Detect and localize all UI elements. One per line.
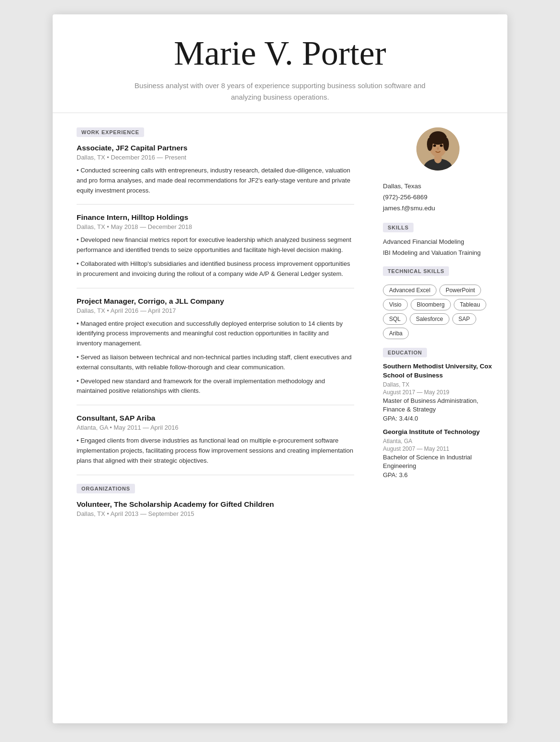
divider-4 <box>77 475 354 475</box>
svg-point-8 <box>433 145 436 147</box>
job-title-2: Finance Intern, Hilltop Holdings <box>77 213 354 222</box>
contact-info: Dallas, Texas (972)-256-6869 james.f@smu… <box>383 181 493 214</box>
edu-dates-1: August 2007 — May 2011 <box>383 445 493 452</box>
job-block-4: Consultant, SAP Ariba Atlanta, GA • May … <box>77 414 354 466</box>
avatar-container <box>383 127 493 172</box>
divider-2 <box>77 288 354 288</box>
edu-location-0: Dallas, TX <box>383 381 493 388</box>
org-block-1: Volunteer, The Scholarship Academy for G… <box>77 500 354 517</box>
job-meta-2: Dallas, TX • May 2018 — December 2018 <box>77 223 354 230</box>
job-desc-3-0: • Managed entire project execution and s… <box>77 319 354 349</box>
svg-point-10 <box>437 147 439 150</box>
edu-school-0: Southern Methodist University, Cox Schoo… <box>383 362 493 380</box>
job-title-3: Project Manager, Corrigo, a JLL Company <box>77 297 354 306</box>
contact-location: Dallas, Texas <box>383 181 493 192</box>
avatar <box>416 127 459 171</box>
org-title-1: Volunteer, The Scholarship Academy for G… <box>77 500 354 509</box>
skill-item-1: IBI Modeling and Valuation Training <box>383 248 493 258</box>
svg-point-9 <box>440 145 443 147</box>
edu-gpa-1: GPA: 3.6 <box>383 471 493 479</box>
org-meta-1: Dallas, TX • April 2013 — September 2015 <box>77 510 354 517</box>
organizations-section: ORGANIZATIONS Volunteer, The Scholarship… <box>77 484 354 517</box>
svg-rect-7 <box>429 136 447 144</box>
edu-degree-1: Bachelor of Science in Industrial Engine… <box>383 453 493 470</box>
right-column: Dallas, Texas (972)-256-6869 james.f@smu… <box>373 127 507 522</box>
organizations-badge: ORGANIZATIONS <box>77 484 135 493</box>
edu-gpa-0: GPA: 3.4/4.0 <box>383 415 493 422</box>
main-layout: WORK EXPERIENCE Associate, JF2 Capital P… <box>53 113 507 537</box>
job-meta-4: Atlanta, GA • May 2011 — April 2016 <box>77 424 354 431</box>
job-meta-1: Dallas, TX • December 2016 — Present <box>77 154 354 161</box>
edu-location-1: Atlanta, GA <box>383 438 493 445</box>
tech-tag-1: PowerPoint <box>439 285 481 296</box>
job-block-3: Project Manager, Corrigo, a JLL Company … <box>77 297 354 397</box>
skills-section: SKILLS Advanced Financial Modeling IBI M… <box>383 223 493 258</box>
candidate-tagline: Business analyst with over 8 years of ex… <box>132 80 428 103</box>
contact-email: james.f@smu.edu <box>383 203 493 214</box>
job-desc-4-0: • Engaged clients from diverse industrie… <box>77 436 354 466</box>
tech-tag-6: Salesforce <box>410 313 449 325</box>
divider-1 <box>77 204 354 205</box>
candidate-name: Marie V. Porter <box>81 34 479 73</box>
work-experience-badge: WORK EXPERIENCE <box>77 127 144 137</box>
divider-3 <box>77 405 354 405</box>
tech-tag-8: Ariba <box>383 328 409 339</box>
job-desc-3-1: • Served as liaison between technical an… <box>77 353 354 373</box>
job-title-1: Associate, JF2 Capital Partners <box>77 144 354 152</box>
tech-tag-2: Visio <box>383 299 408 310</box>
technical-skills-section: TECHNICAL SKILLS Advanced Excel PowerPoi… <box>383 266 493 339</box>
skill-item-0: Advanced Financial Modeling <box>383 237 493 247</box>
education-section: EDUCATION Southern Methodist University,… <box>383 348 493 479</box>
edu-dates-0: August 2017 — May 2019 <box>383 389 493 396</box>
header-section: Marie V. Porter Business analyst with ov… <box>53 14 507 113</box>
technical-skills-badge: TECHNICAL SKILLS <box>383 266 449 276</box>
job-block-2: Finance Intern, Hilltop Holdings Dallas,… <box>77 213 354 279</box>
resume-container: Marie V. Porter Business analyst with ov… <box>53 14 507 723</box>
left-column: WORK EXPERIENCE Associate, JF2 Capital P… <box>53 127 373 522</box>
work-experience-section: WORK EXPERIENCE Associate, JF2 Capital P… <box>77 127 354 466</box>
tech-tag-3: Bloomberg <box>411 299 451 310</box>
tech-tag-0: Advanced Excel <box>383 285 437 296</box>
job-desc-2-1: • Collaborated with Hilltop's subsidiari… <box>77 259 354 279</box>
tech-tag-4: Tableau <box>454 299 486 310</box>
job-desc-2-0: • Developed new financial metrics report… <box>77 235 354 255</box>
job-block-1: Associate, JF2 Capital Partners Dallas, … <box>77 144 354 195</box>
edu-school-1: Georgia Institute of Technology <box>383 428 493 437</box>
tech-tags-container: Advanced Excel PowerPoint Visio Bloomber… <box>383 285 493 339</box>
job-meta-3: Dallas, TX • April 2016 — April 2017 <box>77 307 354 314</box>
tech-tag-7: SAP <box>452 313 476 325</box>
education-badge: EDUCATION <box>383 348 427 357</box>
contact-phone: (972)-256-6869 <box>383 192 493 203</box>
job-desc-3-2: • Developed new standard and framework f… <box>77 377 354 397</box>
tech-tag-5: SQL <box>383 313 407 325</box>
job-title-4: Consultant, SAP Ariba <box>77 414 354 422</box>
job-desc-1-0: • Conducted screening calls with entrepr… <box>77 166 354 195</box>
edu-degree-0: Master of Business Administration, Finan… <box>383 397 493 414</box>
skills-badge: SKILLS <box>383 223 414 232</box>
